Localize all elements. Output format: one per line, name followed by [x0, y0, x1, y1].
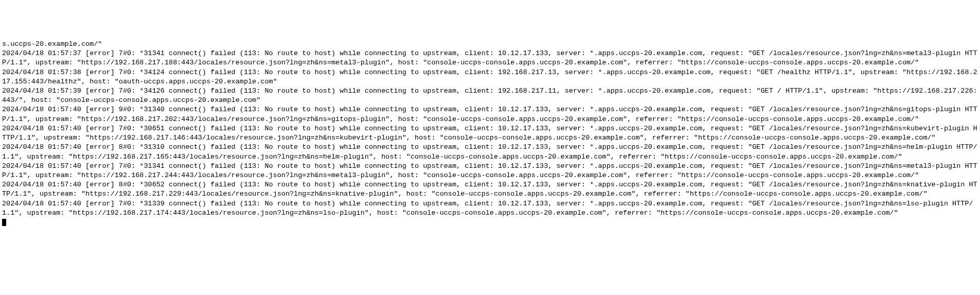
log-line: 2024/04/18 01:57:40 [error] 8#0: *30652 …: [2, 180, 978, 199]
log-line: 2024/04/18 01:57:40 [error] 7#0: *31339 …: [2, 199, 978, 218]
cursor-icon: [2, 219, 6, 226]
log-line: 2024/04/18 01:57:39 [error] 7#0: *34126 …: [2, 86, 978, 105]
terminal-output: s.uccps-20.example.com/"2024/04/18 01:57…: [2, 40, 978, 218]
log-line: 2024/04/18 01:57:40 [error] 8#0: *31310 …: [2, 143, 978, 161]
log-line: s.uccps-20.example.com/": [2, 40, 978, 49]
log-line: 2024/04/18 01:57:40 [error] 7#0: *30651 …: [2, 124, 978, 143]
log-line: 2024/04/18 01:57:40 [error] 7#0: *31341 …: [2, 162, 978, 180]
log-line: 2024/04/18 01:57:37 [error] 7#0: *31341 …: [2, 49, 978, 67]
log-line: 2024/04/18 01:57:40 [error] 9#0: *31340 …: [2, 105, 978, 124]
log-line: 2024/04/18 01:57:38 [error] 7#0: *34124 …: [2, 68, 978, 86]
